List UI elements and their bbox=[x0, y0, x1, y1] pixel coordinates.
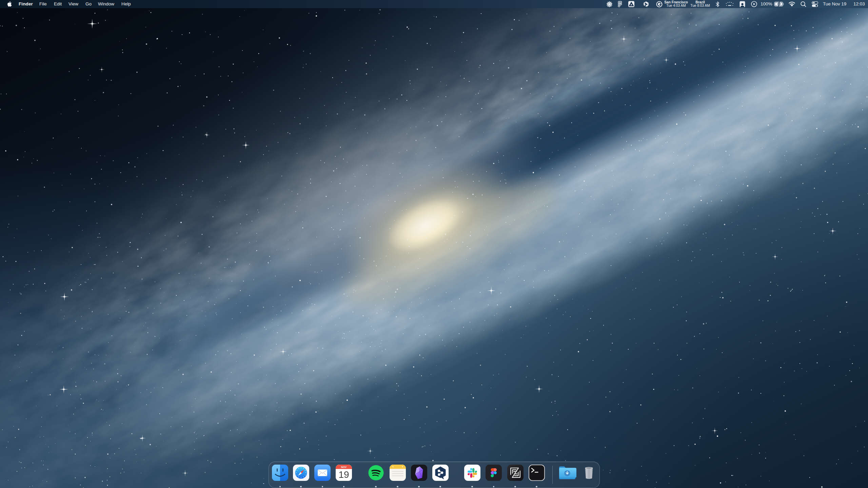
svg-text:19: 19 bbox=[338, 469, 349, 480]
svg-text:NOV: NOV bbox=[341, 466, 347, 469]
